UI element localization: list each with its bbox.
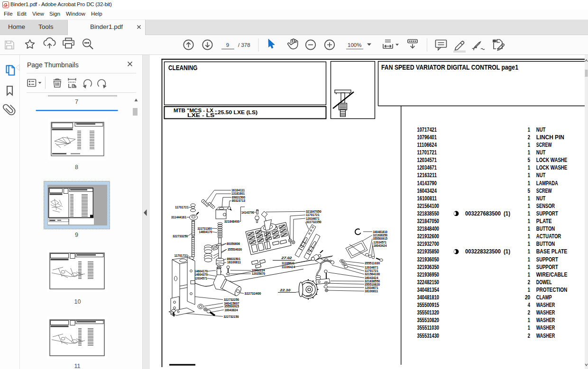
svg-text:PLATE: PLATE	[536, 218, 552, 225]
svg-text:322482150: 322482150	[417, 279, 440, 286]
svg-text:340481810: 340481810	[417, 294, 440, 301]
svg-text:16100811: 16100811	[417, 195, 437, 202]
svg-text:BASE PLATE: BASE PLATE	[536, 248, 568, 255]
svg-text:NUT: NUT	[536, 172, 546, 179]
svg-text:321936050: 321936050	[417, 256, 440, 263]
svg-text:1: 1	[528, 241, 530, 247]
svg-text:DOWEL: DOWEL	[536, 279, 552, 286]
svg-text:1: 1	[528, 210, 530, 217]
svg-text:1: 1	[528, 142, 530, 148]
svg-text:1: 1	[528, 126, 530, 133]
svg-text:321847050: 321847050	[417, 218, 440, 225]
svg-text:9: 9	[75, 232, 78, 238]
svg-text:311444161: 311444161	[171, 215, 186, 219]
svg-text:LAMPADA: LAMPADA	[536, 180, 558, 187]
svg-text:5: 5	[528, 188, 530, 194]
svg-text:1: 1	[528, 180, 530, 187]
svg-text:1: 1	[528, 271, 530, 278]
svg-text:12163211: 12163211	[417, 172, 437, 179]
svg-text:14604170: 14604170	[199, 230, 212, 234]
svg-text:2: 2	[528, 333, 530, 339]
svg-text:7: 7	[75, 99, 78, 105]
svg-text:ACTUATOR: ACTUATOR	[536, 233, 561, 240]
svg-text:11701721: 11701721	[175, 205, 189, 209]
svg-text:22.10: 22.10	[279, 288, 291, 292]
svg-text:25.50 LXE (LS): 25.50 LXE (LS)	[218, 109, 257, 115]
svg-text:14143790: 14143790	[417, 180, 437, 187]
svg-text:321935850: 321935850	[417, 248, 440, 255]
svg-text:WASHER: WASHER	[536, 333, 555, 339]
svg-text:321848400: 321848400	[224, 219, 239, 224]
svg-text:10796401: 10796401	[417, 134, 437, 141]
svg-text:355500915: 355500915	[417, 302, 440, 308]
svg-text:11106624: 11106624	[417, 142, 437, 148]
svg-text:LXE - LS": LXE - LS"	[187, 112, 218, 118]
svg-text:321564100: 321564100	[417, 203, 440, 209]
svg-text:80350606: 80350606	[227, 242, 240, 246]
svg-text:CLEANING: CLEANING	[168, 64, 198, 72]
svg-text:321936350: 321936350	[417, 264, 440, 270]
svg-text:CLAMP: CLAMP	[536, 294, 552, 301]
svg-text:355510820: 355510820	[417, 317, 440, 324]
svg-text:321932700: 321932700	[417, 241, 440, 247]
svg-text:355534030: 355534030	[228, 247, 242, 252]
svg-text:8: 8	[75, 164, 78, 171]
svg-text:16043424: 16043424	[374, 243, 387, 248]
svg-text:20: 20	[525, 294, 530, 301]
svg-text:321838550: 321838550	[417, 210, 440, 217]
svg-text:4: 4	[528, 302, 530, 308]
svg-text:1: 1	[528, 317, 530, 324]
svg-text:1: 1	[528, 256, 530, 263]
svg-text:LINCH PIN: LINCH PIN	[536, 134, 564, 141]
svg-text:LOCK WASHE: LOCK WASHE	[536, 164, 568, 171]
svg-text:LOCK WASHE: LOCK WASHE	[536, 157, 568, 163]
svg-text:11701721: 11701721	[417, 149, 437, 156]
svg-text:SCREW: SCREW	[536, 188, 552, 194]
svg-text:10717421: 10717421	[417, 126, 437, 133]
svg-text:WIRE/CABLE: WIRE/CABLE	[536, 271, 568, 278]
svg-text:BUTTON: BUTTON	[536, 225, 555, 232]
svg-text:16100811: 16100811	[227, 260, 241, 264]
svg-text:WASHER: WASHER	[536, 317, 555, 324]
svg-text:NUT: NUT	[536, 149, 546, 156]
svg-text:10: 10	[74, 298, 81, 305]
svg-text:NUT: NUT	[536, 126, 546, 133]
svg-text:1: 1	[528, 195, 530, 202]
svg-text:2: 2	[528, 134, 530, 141]
svg-text:322733250: 322733250	[173, 234, 188, 238]
svg-text:PROTECTION: PROTECTION	[536, 287, 568, 293]
svg-text:(1): (1)	[504, 248, 510, 255]
svg-text:12034671: 12034671	[417, 164, 437, 171]
svg-text:1: 1	[528, 233, 530, 240]
svg-text:12035670: 12035670	[252, 271, 265, 276]
svg-text:Page Thumbnails: Page Thumbnails	[27, 61, 79, 69]
svg-text:1: 1	[528, 172, 530, 179]
svg-text:1: 1	[528, 324, 530, 331]
svg-text:16100811: 16100811	[365, 289, 378, 293]
svg-text:12034571: 12034571	[194, 276, 207, 280]
svg-text:322732150: 322732150	[224, 315, 239, 319]
svg-text:003228323500: 003228323500	[465, 248, 501, 255]
svg-text:1: 1	[528, 248, 530, 255]
svg-text:12034571: 12034571	[417, 157, 437, 163]
svg-text:340481354: 340481354	[417, 287, 440, 293]
svg-text:NUT: NUT	[536, 195, 546, 202]
svg-text:2: 2	[528, 279, 530, 286]
svg-text:FAN SPEED VARIATOR DIGITAL CON: FAN SPEED VARIATOR DIGITAL CONTROL page1	[381, 63, 518, 71]
svg-text:1: 1	[528, 264, 530, 270]
svg-text:5: 5	[528, 157, 530, 163]
svg-text:SUPPORT: SUPPORT	[536, 210, 558, 217]
svg-text:003227683500: 003227683500	[465, 210, 501, 217]
svg-text:321848400: 321848400	[417, 225, 440, 232]
svg-text:SENSOR: SENSOR	[536, 203, 555, 209]
svg-text:1: 1	[528, 225, 530, 232]
svg-text:11: 11	[74, 363, 81, 369]
svg-text:16043424: 16043424	[417, 188, 437, 194]
svg-text:1: 1	[528, 164, 530, 171]
svg-text:14143790: 14143790	[241, 210, 254, 215]
svg-text:355501320: 355501320	[417, 309, 440, 316]
svg-text:BUTTON: BUTTON	[536, 241, 555, 247]
svg-text:SCREW: SCREW	[536, 142, 552, 148]
svg-text:SUPPORT: SUPPORT	[536, 256, 558, 263]
svg-text:1: 1	[528, 287, 530, 293]
